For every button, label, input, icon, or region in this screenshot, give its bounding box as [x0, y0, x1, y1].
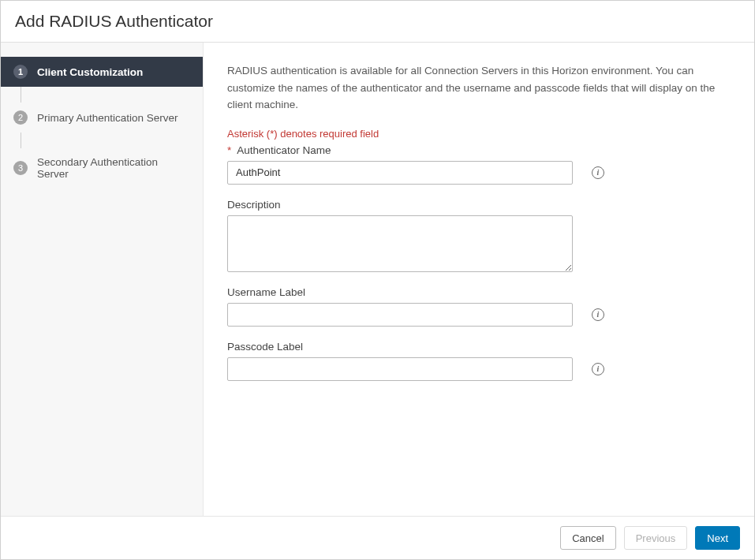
dialog-title: Add RADIUS Authenticator — [15, 12, 740, 31]
authenticator-name-input[interactable] — [227, 161, 573, 185]
step-connector — [21, 87, 203, 103]
dialog-header: Add RADIUS Authenticator — [1, 1, 754, 43]
label-text: Authenticator Name — [237, 144, 331, 156]
passcode-label-input[interactable] — [227, 357, 573, 381]
next-button[interactable]: Next — [695, 526, 740, 550]
passcode-label-label: Passcode Label — [227, 341, 731, 353]
dialog-body: 1 Client Customization 2 Primary Authent… — [1, 43, 754, 516]
field-username-label: Username Label i — [227, 286, 731, 327]
wizard-step-secondary-auth-server[interactable]: 3 Secondary Authentication Server — [1, 148, 203, 188]
field-passcode-label: Passcode Label i — [227, 341, 731, 381]
field-description: Description — [227, 199, 731, 272]
step-number-icon: 3 — [13, 161, 28, 175]
required-asterisk: * — [227, 144, 231, 156]
step-number-icon: 1 — [13, 65, 28, 79]
input-row: i — [227, 303, 731, 327]
step-number-icon: 2 — [13, 110, 28, 125]
required-field-note: Asterisk (*) denotes required field — [227, 128, 731, 140]
description-label: Description — [227, 199, 731, 211]
input-row — [227, 215, 731, 272]
wizard-sidebar: 1 Client Customization 2 Primary Authent… — [1, 43, 204, 516]
previous-button: Previous — [624, 526, 688, 550]
wizard-step-primary-auth-server[interactable]: 2 Primary Authentication Server — [1, 103, 203, 133]
input-row: i — [227, 161, 731, 185]
info-icon[interactable]: i — [592, 363, 604, 375]
cancel-button[interactable]: Cancel — [560, 526, 615, 550]
description-input[interactable] — [227, 215, 573, 272]
step-label: Primary Authentication Server — [37, 112, 178, 124]
username-label-label: Username Label — [227, 286, 731, 298]
main-content: RADIUS authentication is available for a… — [204, 43, 754, 516]
info-icon[interactable]: i — [592, 166, 604, 179]
step-connector — [21, 133, 203, 148]
input-row: i — [227, 357, 731, 381]
authenticator-name-label: * Authenticator Name — [227, 144, 731, 156]
intro-text: RADIUS authentication is available for a… — [227, 62, 731, 114]
step-label: Client Customization — [37, 66, 143, 78]
wizard-step-client-customization[interactable]: 1 Client Customization — [1, 57, 203, 87]
step-label: Secondary Authentication Server — [37, 156, 190, 180]
info-icon[interactable]: i — [592, 308, 604, 321]
username-label-input[interactable] — [227, 303, 573, 327]
field-authenticator-name: * Authenticator Name i — [227, 144, 731, 185]
dialog-footer: Cancel Previous Next — [1, 516, 754, 559]
